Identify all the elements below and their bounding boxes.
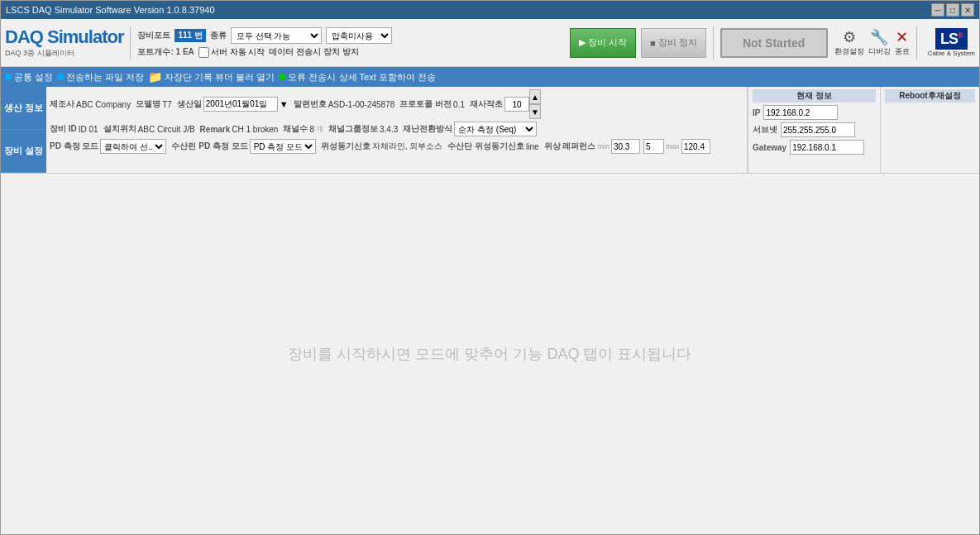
disaster-label: 재난전환방식 xyxy=(403,123,452,135)
device-id-group: 장비 ID ID 01 xyxy=(50,123,98,135)
not-started-indicator: Not Started xyxy=(720,28,828,58)
form-row-1: 제조사 ABC Company 모델명 T7 생산일 ▼ xyxy=(50,89,743,119)
sync-ref-label: 위상 레퍼런스 xyxy=(544,141,596,152)
prod-date-input[interactable] xyxy=(203,97,278,112)
exit-icon: ✕ xyxy=(896,28,908,46)
install-loc-value: ABC Circuit J/B xyxy=(138,125,195,134)
sep1 xyxy=(130,26,131,60)
resample-input[interactable] xyxy=(504,97,529,112)
network-panel-title: 현재 정보 xyxy=(753,89,876,103)
device-id-label: 장비 ID xyxy=(50,123,77,135)
window-title: LSCS DAQ Simulator Software Version 1.0.… xyxy=(6,5,215,15)
channel-group-group: 채널그룹정보 3.4.3 xyxy=(328,123,398,135)
toolbar-common-settings[interactable]: 공통 설정 xyxy=(5,71,53,84)
gateway-row: Gateway xyxy=(753,140,876,155)
top-row-2: 포트개수: 1 EA 서버 자동 시작 데이터 전송시 장치 방지 xyxy=(137,46,562,58)
subnet-row: 서브넷 xyxy=(753,122,876,137)
title-buttons: ─ □ ✕ xyxy=(931,3,974,17)
ls-logo: LS® xyxy=(935,28,968,50)
side-labels: 생산 정보 장비 설정 xyxy=(1,87,46,173)
start-button[interactable]: ▶ 장비 시작 xyxy=(570,28,636,58)
device-id-value: ID 01 xyxy=(79,125,98,134)
form-inner: 생산 정보 장비 설정 제조사 ABC Company xyxy=(1,87,979,173)
toolbar-error-text[interactable]: 오류 전송시 상세 Text 포함하여 전송 xyxy=(279,71,435,84)
port-value: 111 번 xyxy=(174,29,205,42)
subnet-input[interactable] xyxy=(781,122,855,137)
sync-ref-max-label: max xyxy=(666,142,680,150)
protocol-label: 프로토콜 버전 xyxy=(399,98,452,110)
tab-device-settings[interactable]: 장비 설정 xyxy=(1,130,46,173)
dot-blue2-icon xyxy=(57,74,64,80)
sync-ref-max-input[interactable] xyxy=(681,139,710,154)
channel-group-label: 채널그룹정보 xyxy=(328,123,378,135)
sync-ref-mid-input[interactable] xyxy=(643,139,664,154)
top-row-1: 장비포트 111 번 종류 모두 선택 가능 압축미사용 xyxy=(137,27,562,44)
manufacturer-label: 제조사 xyxy=(50,98,74,110)
stop-icon: ■ xyxy=(650,38,656,48)
form-fields: 제조사 ABC Company 모델명 T7 생산일 ▼ xyxy=(46,87,747,173)
form-outer: 생산 정보 장비 설정 제조사 ABC Company xyxy=(1,87,979,174)
receive-sync-group: 수산단 위성동기신호 line xyxy=(447,141,538,152)
sync-source-label: 위성동기신호 xyxy=(321,141,370,152)
receive-select[interactable]: PD 측정 모드 xyxy=(250,139,316,154)
settings-button[interactable]: ⚙ 환경설정 xyxy=(834,28,864,57)
tab-production-info[interactable]: 생산 정보 xyxy=(1,87,46,130)
sync-source-group: 위성동기신호 자체라인, 외부소스 xyxy=(321,141,443,152)
title-bar: LSCS DAQ Simulator Software Version 1.0.… xyxy=(1,1,979,19)
receive-group: 수산린 PD 측정 모드 PD 측정 모드 xyxy=(171,139,315,154)
ls-brand-sub: Cable & System xyxy=(928,50,975,57)
form-row-3: PD 측정 모드 클릭하여 선... 수산린 PD 측정 모드 PD 측정 모드 xyxy=(50,139,743,154)
settings-icon: ⚙ xyxy=(843,28,856,46)
model-value: T7 xyxy=(162,100,172,109)
pd-mode-select[interactable]: 클릭하여 선... xyxy=(100,139,166,154)
model-label: 모델명 xyxy=(136,98,160,110)
disaster-group: 재난전환방식 순차 측정 (Seq) xyxy=(403,122,537,136)
port-label: 장비포트 xyxy=(137,30,170,41)
resample-group: 재사작초 ▲ ▼ xyxy=(470,89,541,119)
minimize-button[interactable]: ─ xyxy=(931,3,944,17)
dot-green-icon xyxy=(279,74,285,80)
ip-label: IP xyxy=(753,108,760,117)
exit-button[interactable]: ✕ 종료 xyxy=(895,28,910,57)
close-button[interactable]: ✕ xyxy=(961,3,974,17)
network-panel: 현재 정보 IP 서브넷 Gateway xyxy=(748,87,880,173)
remark-group: Remark CH 1 broken xyxy=(200,125,279,134)
disaster-select[interactable]: 순차 측정 (Seq) xyxy=(454,122,537,136)
gateway-label: Gateway xyxy=(753,143,786,152)
play-icon: ▶ xyxy=(579,37,586,48)
icon-buttons: ⚙ 환경설정 🔧 디버깅 ✕ 종료 xyxy=(834,28,910,57)
type-select[interactable]: 모두 선택 가능 xyxy=(231,27,322,44)
sync-ref-min-input[interactable] xyxy=(611,139,640,154)
sync-source-value: 자체라인, 외부소스 xyxy=(372,141,443,152)
sync-ref-min-label: min xyxy=(597,142,610,150)
top-actions: ▶ 장비 시작 ■ 장비 정지 xyxy=(570,28,706,58)
ref-number-label: 말련번호 xyxy=(294,98,327,110)
restore-button[interactable]: □ xyxy=(946,3,959,17)
toolbar-log-viewer[interactable]: 📁 자장단 기록 뷰더 불러 열기 xyxy=(148,70,275,84)
toolbar-file-save[interactable]: 전송하는 파일 저장 xyxy=(57,71,144,84)
gateway-input[interactable] xyxy=(790,140,864,155)
folder-icon: 📁 xyxy=(148,70,162,84)
stop-button[interactable]: ■ 장비 정지 xyxy=(641,28,706,58)
auto-server-label[interactable]: 서버 자동 시작 xyxy=(198,46,265,58)
top-controls: 장비포트 111 번 종류 모두 선택 가능 압축미사용 포트개수: 1 EA … xyxy=(137,27,562,58)
dot-blue-icon xyxy=(5,74,12,80)
remark-label: Remark xyxy=(200,125,231,134)
manufacturer-group: 제조사 ABC Company xyxy=(50,98,131,110)
channel-count-group: 채널수 8 개 xyxy=(283,123,323,135)
reboot-panel: Reboot후재설정 xyxy=(880,87,979,173)
ip-row: IP xyxy=(753,105,876,120)
resample-down-btn[interactable]: ▼ xyxy=(529,104,541,119)
ref-number-value: ASD-1-00-245878 xyxy=(328,100,395,109)
date-dropdown-icon[interactable]: ▼ xyxy=(280,99,289,109)
app-logo: DAQ Simulator xyxy=(5,26,123,48)
debug-button[interactable]: 🔧 디버깅 xyxy=(868,28,891,57)
resample-up-btn[interactable]: ▲ xyxy=(529,89,541,104)
subnet-label: 서브넷 xyxy=(753,124,777,136)
compress-select[interactable]: 압축미사용 xyxy=(326,27,392,44)
ip-input[interactable] xyxy=(763,105,838,120)
receive-sync-value: line xyxy=(526,142,539,151)
top-bar: DAQ Simulator DAQ 3종 시뮬레이터 장비포트 111 번 종류… xyxy=(1,19,979,67)
protocol-group: 프로토콜 버전 0.1 xyxy=(399,98,465,110)
auto-server-checkbox[interactable] xyxy=(198,47,209,58)
